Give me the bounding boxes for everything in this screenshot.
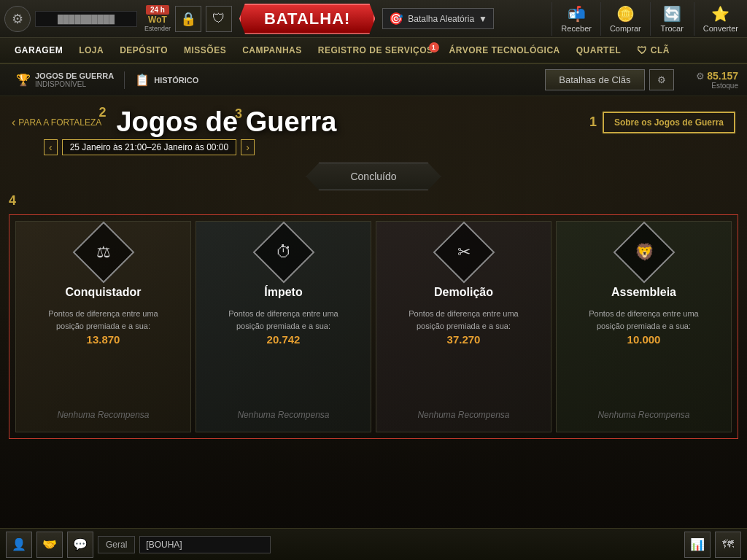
stats-icon: 📊 bbox=[690, 537, 705, 551]
buy-label: Comprar bbox=[610, 24, 641, 33]
receive-icon: 📬 bbox=[568, 5, 586, 23]
exchange-icon: 🔄 bbox=[663, 5, 681, 23]
card-desc-assembleia: Pontos de diferença entre uma posição pr… bbox=[589, 308, 698, 349]
card-points-assembleia: 10.000 bbox=[627, 333, 661, 346]
stock-icon: ⚙ bbox=[696, 71, 705, 82]
cards-section: ⚖ Conquistador Pontos de diferença entre… bbox=[0, 214, 747, 439]
bottom-right-actions: 📊 🗺 bbox=[684, 532, 741, 558]
nav-registro[interactable]: REGISTRO DE SERVIÇOS 1 bbox=[311, 42, 441, 58]
lock-icon: 🔒 bbox=[175, 6, 201, 32]
stock-value: 85.157 bbox=[707, 70, 738, 82]
nav-loja[interactable]: LOJA bbox=[71, 42, 111, 58]
nav-quartel[interactable]: QUARTEL bbox=[569, 42, 629, 58]
nav-deposito[interactable]: DEPÓSITO bbox=[112, 42, 175, 58]
profile-button[interactable]: 👤 bbox=[6, 532, 32, 558]
card-name-impeto: Ímpeto bbox=[264, 286, 302, 299]
card-reward-assembleia: Nenhuma Recompensa bbox=[597, 410, 689, 420]
username-display: ██████████ bbox=[35, 11, 137, 27]
nav-missoes[interactable]: MISSÕES bbox=[177, 42, 233, 58]
nav-arvore[interactable]: ÁRVORE TECNOLÓGICA bbox=[442, 42, 568, 58]
nav-cla[interactable]: 🛡 CLÃ bbox=[630, 42, 677, 59]
wot-sublabel: Estender bbox=[144, 25, 171, 32]
sec-nav-jogos-sub: Indisponível bbox=[35, 80, 114, 88]
date-next-button[interactable]: › bbox=[241, 139, 255, 155]
battle-mode-selector[interactable]: 🎯 Batalha Aleatória ▼ bbox=[382, 8, 494, 29]
friends-icon: 🤝 bbox=[42, 537, 57, 551]
main-navbar: GARAGEM LOJA DEPÓSITO MISSÕES CAMPANHAS … bbox=[0, 38, 747, 64]
content-header: PARA A FORTALEZA 2 Jogos de Guerra 1 Sob… bbox=[0, 96, 747, 142]
status-area: Concluído bbox=[0, 163, 747, 190]
trophy-icon: 🏆 bbox=[16, 73, 31, 87]
secondary-navbar: 🏆 JOGOS DE GUERRA Indisponível 📋 HISTÓRI… bbox=[0, 64, 747, 96]
section-label-2: 2 bbox=[98, 105, 106, 120]
card-impeto[interactable]: ⏱ Ímpeto Pontos de diferença entre uma p… bbox=[196, 221, 371, 432]
nav-garagem[interactable]: GARAGEM bbox=[7, 42, 70, 58]
map-button[interactable]: 🗺 bbox=[715, 532, 741, 558]
section-label-1: 1 bbox=[589, 114, 597, 130]
back-button[interactable]: PARA A FORTALEZA bbox=[12, 116, 101, 129]
exchange-button[interactable]: 🔄 Trocar bbox=[650, 2, 694, 36]
status-badge: Concluído bbox=[306, 163, 441, 190]
bottom-bar: 👤 🤝 💬 Geral 📊 🗺 bbox=[0, 528, 747, 560]
card-points-conquistador: 13.870 bbox=[87, 333, 120, 346]
shield-badge: 🛡 bbox=[206, 6, 232, 32]
chevron-down-icon: ▼ bbox=[479, 14, 487, 24]
card-reward-conquistador: Nenhuma Recompensa bbox=[57, 410, 149, 420]
card-points-demolicao: 37.270 bbox=[447, 333, 481, 346]
page-title: Jogos de Guerra bbox=[116, 106, 336, 138]
chat-input[interactable] bbox=[139, 536, 271, 553]
top-bar-left: ⚙ ██████████ 24 h WoT Estender 🔒 🛡 bbox=[0, 5, 232, 32]
sec-nav-jogos[interactable]: 🏆 JOGOS DE GUERRA Indisponível bbox=[9, 69, 121, 91]
card-name-conquistador: Conquistador bbox=[66, 286, 142, 299]
battle-mode-icon: 🎯 bbox=[389, 12, 403, 26]
card-assembleia[interactable]: 🦁 Assembleia Pontos de diferença entre u… bbox=[556, 221, 732, 432]
top-actions: 📬 Receber 🪙 Comprar 🔄 Trocar ⭐ Converter bbox=[551, 2, 747, 36]
sec-nav-historico[interactable]: 📋 HISTÓRICO bbox=[128, 70, 206, 90]
converter-button[interactable]: ⭐ Converter bbox=[694, 2, 747, 36]
settings-icon[interactable]: ⚙ bbox=[4, 6, 31, 32]
card-desc-conquistador: Pontos de diferença entre uma posição pr… bbox=[48, 308, 158, 349]
batalhas-clas-button[interactable]: Batalhas de Clãs bbox=[545, 69, 644, 90]
card-conquistador[interactable]: ⚖ Conquistador Pontos de diferença entre… bbox=[15, 221, 191, 432]
clock-icon: ⏱ bbox=[276, 243, 292, 262]
cards-container: ⚖ Conquistador Pontos de diferença entre… bbox=[9, 214, 738, 439]
lion-icon: 🦁 bbox=[634, 243, 654, 262]
exchange-label: Trocar bbox=[661, 24, 684, 33]
card-name-demolicao: Demolição bbox=[434, 286, 493, 299]
stats-button[interactable]: 📊 bbox=[684, 532, 711, 558]
card-name-assembleia: Assembleia bbox=[611, 286, 676, 299]
card-desc-demolicao: Pontos de diferença entre uma posição pr… bbox=[409, 308, 518, 349]
card-demolicao[interactable]: ✂ Demolição Pontos de diferença entre um… bbox=[376, 221, 551, 432]
wot-timer-badge: 24 h WoT Estender bbox=[144, 5, 171, 32]
nav-campanhas[interactable]: CAMPANHAS bbox=[235, 42, 309, 58]
battles-settings-button[interactable]: ⚙ bbox=[649, 69, 674, 90]
info-button[interactable]: Sobre os Jogos de Guerra bbox=[603, 112, 735, 133]
chat-icon: 💬 bbox=[73, 537, 88, 551]
wot-timer-label: 24 h bbox=[146, 5, 169, 15]
converter-icon: ⭐ bbox=[711, 5, 729, 23]
date-prev-button[interactable]: ‹ bbox=[44, 139, 58, 155]
registro-badge: 1 bbox=[429, 42, 439, 52]
top-bar: ⚙ ██████████ 24 h WoT Estender 🔒 🛡 Batal… bbox=[0, 0, 747, 38]
card-reward-demolicao: Nenhuma Recompensa bbox=[417, 410, 509, 420]
battle-button[interactable]: Batalha! bbox=[239, 4, 375, 34]
card-points-impeto: 20.742 bbox=[267, 333, 301, 346]
buy-icon: 🪙 bbox=[616, 5, 635, 23]
friends-button[interactable]: 🤝 bbox=[36, 532, 63, 558]
battles-settings-icon: ⚙ bbox=[657, 74, 666, 85]
chat-channel-display: Geral bbox=[98, 536, 135, 553]
main-content: 3 PARA A FORTALEZA 2 Jogos de Guerra 1 S… bbox=[0, 96, 747, 528]
scales-icon: ⚖ bbox=[96, 243, 111, 262]
profile-icon: 👤 bbox=[12, 537, 26, 551]
receive-button[interactable]: 📬 Receber bbox=[551, 2, 600, 36]
date-navigation: ‹ 25 Janeiro às 21:00–26 Janeiro às 00:0… bbox=[0, 139, 747, 155]
stock-label: Estoque bbox=[711, 82, 738, 90]
nav-divider bbox=[124, 71, 125, 89]
scissors-icon: ✂ bbox=[457, 243, 471, 262]
sec-nav-jogos-label: JOGOS DE GUERRA bbox=[35, 71, 114, 80]
chat-button[interactable]: 💬 bbox=[67, 532, 93, 558]
history-icon: 📋 bbox=[135, 73, 150, 87]
sec-nav-historico-label: HISTÓRICO bbox=[154, 76, 198, 85]
date-range-display: 25 Janeiro às 21:00–26 Janeiro às 00:00 bbox=[62, 139, 237, 155]
buy-button[interactable]: 🪙 Comprar bbox=[600, 2, 650, 36]
